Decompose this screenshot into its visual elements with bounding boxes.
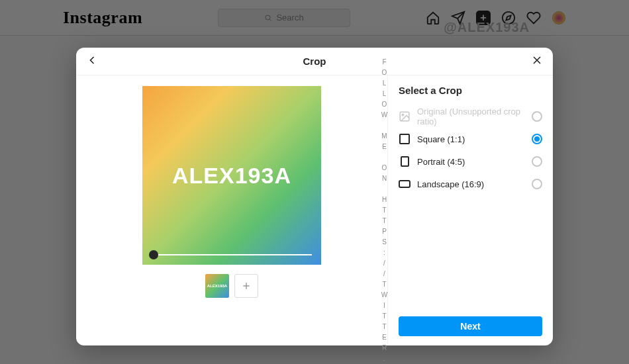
close-icon — [530, 54, 544, 67]
portrait-icon — [399, 156, 411, 167]
thumbnail-strip: ALEX193A — [205, 274, 258, 298]
close-button[interactable] — [530, 54, 544, 69]
crop-preview-pane: ALEX193A ALEX193A — [76, 75, 387, 345]
crop-option-landscape[interactable]: Landscape (16:9) — [399, 173, 542, 195]
crop-option-original[interactable]: Original (Unsupported crop ratio) — [399, 105, 542, 128]
plus-icon — [241, 281, 252, 291]
crop-option-label: Square (1:1) — [417, 134, 525, 144]
radio-unselected[interactable] — [532, 156, 542, 167]
crop-option-label: Portrait (4:5) — [417, 157, 525, 167]
crop-option-label: Original (Unsupported crop ratio) — [417, 107, 525, 126]
add-media-button[interactable] — [234, 274, 258, 298]
landscape-icon — [399, 178, 411, 190]
crop-option-square[interactable]: Square (1:1) — [399, 128, 542, 150]
crop-options-title: Select a Crop — [399, 85, 542, 96]
radio-selected[interactable] — [532, 134, 542, 144]
svg-point-10 — [402, 114, 403, 115]
crop-preview[interactable]: ALEX193A — [142, 86, 321, 265]
zoom-slider-track[interactable] — [152, 254, 312, 255]
radio-unselected[interactable] — [532, 111, 542, 122]
crop-option-label: Landscape (16:9) — [417, 179, 525, 189]
radio-unselected[interactable] — [532, 179, 542, 189]
square-icon — [399, 133, 411, 145]
image-icon — [399, 111, 411, 122]
modal-title: Crop — [303, 56, 326, 67]
crop-option-portrait[interactable]: Portrait (4:5) — [399, 150, 542, 173]
preview-watermark: ALEX193A — [172, 163, 291, 189]
chevron-left-icon — [85, 54, 99, 67]
next-button[interactable]: Next — [399, 316, 542, 336]
crop-options-pane: Select a Crop Original (Unsupported crop… — [387, 75, 553, 345]
back-button[interactable] — [85, 54, 99, 69]
thumbnail-1[interactable]: ALEX193A — [205, 274, 229, 298]
zoom-slider-handle[interactable] — [149, 250, 158, 259]
modal-header: Crop — [76, 48, 553, 75]
crop-modal: Crop ALEX193A ALEX193A Se — [76, 48, 553, 345]
